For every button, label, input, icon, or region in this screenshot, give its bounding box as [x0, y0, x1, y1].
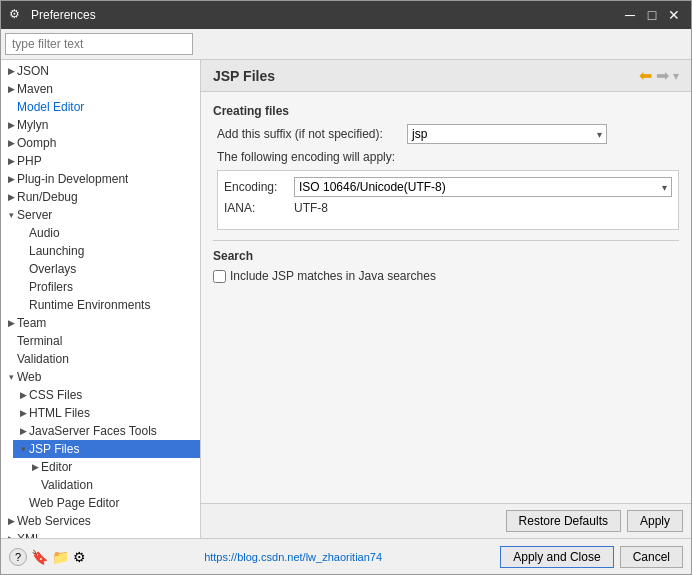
- sidebar-item-label: Web Services: [17, 514, 91, 528]
- bottom-bar: ? 🔖 📁 ⚙ https://blog.csdn.net/lw_zhaorit…: [1, 538, 691, 574]
- help-icon[interactable]: ?: [9, 548, 27, 566]
- sidebar-item-audio[interactable]: Audio: [13, 224, 200, 242]
- expand-icon: ▶: [5, 191, 17, 203]
- maximize-button[interactable]: □: [643, 6, 661, 24]
- apply-and-close-button[interactable]: Apply and Close: [500, 546, 613, 568]
- sidebar-item-label: Plug-in Development: [17, 172, 128, 186]
- bookmark-icon[interactable]: 🔖: [31, 549, 48, 565]
- sidebar-item-label: Runtime Environments: [29, 298, 150, 312]
- sidebar-item-runtime-env[interactable]: Runtime Environments: [13, 296, 200, 314]
- sidebar-item-jsp-files[interactable]: ▾ JSP Files: [13, 440, 200, 458]
- include-jsp-row: Include JSP matches in Java searches: [213, 269, 679, 283]
- apply-button[interactable]: Apply: [627, 510, 683, 532]
- expand-icon: [5, 353, 17, 365]
- sidebar-item-validation2[interactable]: Validation: [25, 476, 200, 494]
- sidebar: ▶ JSON ▶ Maven Model Editor ▶ Mylyn: [1, 60, 201, 538]
- sidebar-item-team[interactable]: ▶ Team: [1, 314, 200, 332]
- expand-icon: ▶: [29, 461, 41, 473]
- bottom-left-icons: ? 🔖 📁 ⚙: [9, 548, 86, 566]
- expand-icon: [29, 479, 41, 491]
- expand-icon: ▶: [5, 119, 17, 131]
- expand-icon: [17, 263, 29, 275]
- expand-icon: [17, 299, 29, 311]
- main-content: ▶ JSON ▶ Maven Model Editor ▶ Mylyn: [1, 60, 691, 538]
- suffix-row: Add this suffix (if not specified): jsp …: [217, 124, 679, 144]
- sidebar-item-label: Maven: [17, 82, 53, 96]
- encoding-label: Encoding:: [224, 180, 294, 194]
- sidebar-item-label: PHP: [17, 154, 42, 168]
- sidebar-item-label: Editor: [41, 460, 72, 474]
- section-divider: [213, 240, 679, 241]
- sidebar-item-html-files[interactable]: ▶ HTML Files: [13, 404, 200, 422]
- expand-icon: ▶: [5, 137, 17, 149]
- expand-icon: ▾: [5, 209, 17, 221]
- sidebar-item-oomph[interactable]: ▶ Oomph: [1, 134, 200, 152]
- search-section: Search Include JSP matches in Java searc…: [213, 249, 679, 283]
- content-header: JSP Files ⬅ ➡ ▾: [201, 60, 691, 92]
- sidebar-item-css-files[interactable]: ▶ CSS Files: [13, 386, 200, 404]
- nav-dropdown-icon[interactable]: ▾: [673, 69, 679, 83]
- expand-icon: [5, 101, 17, 113]
- sidebar-item-editor[interactable]: ▶ Editor: [25, 458, 200, 476]
- sidebar-item-label: XML: [17, 532, 42, 538]
- sidebar-item-overlays[interactable]: Overlays: [13, 260, 200, 278]
- encoding-value: ISO 10646/Unicode(UTF-8): [299, 180, 446, 194]
- encoding-box: Encoding: ISO 10646/Unicode(UTF-8) ▾ IAN…: [217, 170, 679, 230]
- forward-nav-icon[interactable]: ➡: [656, 66, 669, 85]
- sidebar-item-javaserver-faces[interactable]: ▶ JavaServer Faces Tools: [13, 422, 200, 440]
- sidebar-item-xml[interactable]: ▶ XML: [1, 530, 200, 538]
- encoding-select[interactable]: ISO 10646/Unicode(UTF-8) ▾: [294, 177, 672, 197]
- sidebar-item-label: Oomph: [17, 136, 56, 150]
- iana-row: IANA: UTF-8: [224, 201, 672, 215]
- preferences-window: ⚙ Preferences ─ □ ✕ ▶ JSON ▶: [0, 0, 692, 575]
- filter-bar: [1, 29, 691, 60]
- search-label: Search: [213, 249, 679, 263]
- filter-input[interactable]: [5, 33, 193, 55]
- cancel-button[interactable]: Cancel: [620, 546, 683, 568]
- sidebar-item-profilers[interactable]: Profilers: [13, 278, 200, 296]
- expand-icon: ▶: [5, 155, 17, 167]
- back-nav-icon[interactable]: ⬅: [639, 66, 652, 85]
- sidebar-item-label: Validation: [41, 478, 93, 492]
- suffix-label: Add this suffix (if not specified):: [217, 127, 407, 141]
- sidebar-item-json[interactable]: ▶ JSON: [1, 62, 200, 80]
- sidebar-item-label: Mylyn: [17, 118, 48, 132]
- restore-defaults-button[interactable]: Restore Defaults: [506, 510, 621, 532]
- close-button[interactable]: ✕: [665, 6, 683, 24]
- sidebar-item-run-debug[interactable]: ▶ Run/Debug: [1, 188, 200, 206]
- minimize-button[interactable]: ─: [621, 6, 639, 24]
- suffix-value: jsp: [412, 127, 427, 141]
- export-icon[interactable]: 📁: [52, 549, 69, 565]
- content-body: Creating files Add this suffix (if not s…: [201, 92, 691, 503]
- sidebar-item-maven[interactable]: ▶ Maven: [1, 80, 200, 98]
- expand-icon: ▶: [5, 65, 17, 77]
- creating-files-section: Creating files Add this suffix (if not s…: [213, 104, 679, 230]
- expand-icon: [17, 497, 29, 509]
- suffix-select[interactable]: jsp ▾: [407, 124, 607, 144]
- sidebar-item-web-page-editor[interactable]: Web Page Editor: [13, 494, 200, 512]
- window-title: Preferences: [31, 8, 621, 22]
- sidebar-item-label: Profilers: [29, 280, 73, 294]
- sidebar-item-label: Launching: [29, 244, 84, 258]
- sidebar-item-php[interactable]: ▶ PHP: [1, 152, 200, 170]
- sidebar-item-terminal[interactable]: Terminal: [1, 332, 200, 350]
- encoding-section-label: The following encoding will apply:: [217, 150, 407, 164]
- settings-icon[interactable]: ⚙: [73, 549, 86, 565]
- expand-icon: ▶: [17, 425, 29, 437]
- content-area: JSP Files ⬅ ➡ ▾ Creating files Add this …: [201, 60, 691, 538]
- sidebar-item-label: Web: [17, 370, 41, 384]
- sidebar-item-web-services[interactable]: ▶ Web Services: [1, 512, 200, 530]
- sidebar-item-validation[interactable]: Validation: [1, 350, 200, 368]
- sidebar-item-server[interactable]: ▾ Server: [1, 206, 200, 224]
- expand-icon: ▶: [5, 515, 17, 527]
- include-jsp-checkbox[interactable]: [213, 270, 226, 283]
- expand-icon: [17, 245, 29, 257]
- expand-icon: ▾: [5, 371, 17, 383]
- sidebar-item-mylyn[interactable]: ▶ Mylyn: [1, 116, 200, 134]
- sidebar-item-plugin-dev[interactable]: ▶ Plug-in Development: [1, 170, 200, 188]
- expand-icon: ▾: [17, 443, 29, 455]
- sidebar-item-label: JavaServer Faces Tools: [29, 424, 157, 438]
- sidebar-item-model-editor[interactable]: Model Editor: [1, 98, 200, 116]
- sidebar-item-launching[interactable]: Launching: [13, 242, 200, 260]
- sidebar-item-web[interactable]: ▾ Web: [1, 368, 200, 386]
